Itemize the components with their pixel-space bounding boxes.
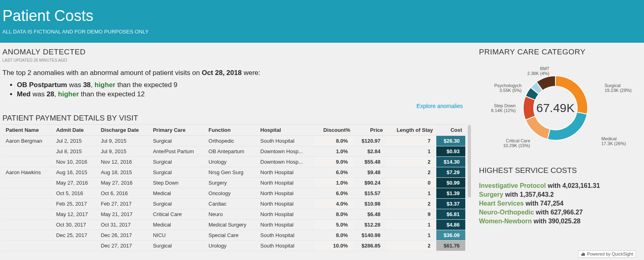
donut-label-critical: Critical Care10.29K (15%) (503, 138, 530, 148)
table-row[interactable]: Dec 25, 2017 Dec 26, 2017 NICU Special C… (2, 230, 465, 241)
col-patient[interactable]: Patient Name (2, 125, 53, 136)
table-scrollbar[interactable] (468, 125, 471, 198)
table-row[interactable]: Oct 30, 2017 Oct 31, 2017 Medical Medica… (2, 220, 465, 230)
hsc-list: Investigative Protocol with 4,023,161.31… (479, 182, 637, 225)
hsc-title: HIGHEST SERVICE COSTS (479, 166, 637, 175)
col-hospital[interactable]: Hospital (257, 125, 314, 136)
table-title: PATIENT PAYMENT DETAILS BY VISIT (2, 114, 471, 123)
table-row[interactable]: Dec 27, 2017 Surgical Urology South Hosp… (2, 241, 465, 251)
col-price[interactable]: Price (353, 125, 386, 136)
donut-label-surgical: Surgical19.23K (28%) (605, 83, 632, 93)
hsc-item: Neuro-Orthopedic with 627,966.27 (479, 209, 637, 216)
donut-label-medical: Medical17.3K (26%) (601, 136, 626, 146)
dashboard-header: Patient Costs ALL DATA IS FICTIONAL AND … (0, 0, 644, 43)
hsc-item: Surgery with 1,357,643.2 (479, 191, 637, 198)
donut-center-value: 67.49K (536, 101, 574, 115)
col-admit[interactable]: Admit Date (53, 125, 97, 136)
anomaly-title: ANOMALY DETECTED (2, 48, 471, 56)
col-function[interactable]: Function (205, 125, 257, 136)
explore-anomalies-link[interactable]: Explore anomalies (417, 103, 463, 109)
table-row[interactable]: Nov 10, 2016 Nov 12, 2016 Surgical Urolo… (2, 157, 465, 167)
table-row[interactable]: Jul 8, 2015 Jul 9, 2015 Ante/Post Partum… (2, 146, 465, 157)
table-row[interactable]: Aaron Bergman Jul 2, 2015 Jul 9, 2015 Su… (2, 136, 465, 146)
anomaly-list: OB Postpartum was 38, higher than the ex… (17, 81, 471, 98)
anomaly-last-updated: LAST UPDATED 26 MINUTES AGO (2, 58, 471, 62)
page-title: Patient Costs (2, 7, 644, 25)
table-row[interactable]: Feb 25, 2017 Feb 27, 2017 Surgical Cardi… (2, 199, 465, 209)
table-row[interactable]: May 27, 2016 May 27, 2016 Step Down Surg… (2, 178, 465, 188)
donut-label-psych: Psychologych3.55K (5%) (494, 83, 522, 93)
anomaly-item: OB Postpartum was 38, higher than the ex… (17, 81, 471, 89)
anomaly-item: Med was 28, higher than the expected 12 (17, 90, 471, 98)
col-los[interactable]: Length of Stay (386, 125, 436, 136)
hsc-item: Women-Newborn with 390,025.28 (479, 218, 637, 225)
col-discount[interactable]: Discount% (314, 125, 353, 136)
donut-label-stepdown: Step Down8.14K (12%) (491, 103, 516, 113)
donut-label-bmt: BMT2.38K (4%) (527, 66, 549, 76)
page-subtitle: ALL DATA IS FICTIONAL AND FOR DEMO PURPO… (2, 29, 644, 35)
col-discharge[interactable]: Discharge Date (97, 125, 150, 136)
col-primary[interactable]: Primary Care (150, 125, 205, 136)
donut-title: PRIMARY CARE CATEGORY (479, 48, 637, 56)
col-cost[interactable]: Cost (436, 125, 465, 136)
hsc-item: Heart Services with 747,254 (479, 200, 637, 207)
table-row[interactable]: Oct 5, 2016 Oct 6, 2016 Medical Oncology… (2, 188, 465, 199)
donut-chart[interactable]: 67.49K Surgical19.23K (28%) Medical17.3K… (479, 60, 632, 156)
patient-table[interactable]: Patient Name Admit Date Discharge Date P… (2, 124, 465, 251)
hsc-item: Investigative Protocol with 4,023,161.31 (479, 182, 637, 189)
table-row[interactable]: Aaron Hawkins Aug 16, 2015 Aug 18, 2015 … (2, 167, 465, 178)
table-row[interactable]: May 12, 2017 May 21, 2017 Critical Care … (2, 209, 465, 220)
anomaly-intro: The top 2 anomalies with an abnormal amo… (2, 69, 471, 77)
powered-by-badge: Powered by QuickSight (578, 250, 636, 251)
